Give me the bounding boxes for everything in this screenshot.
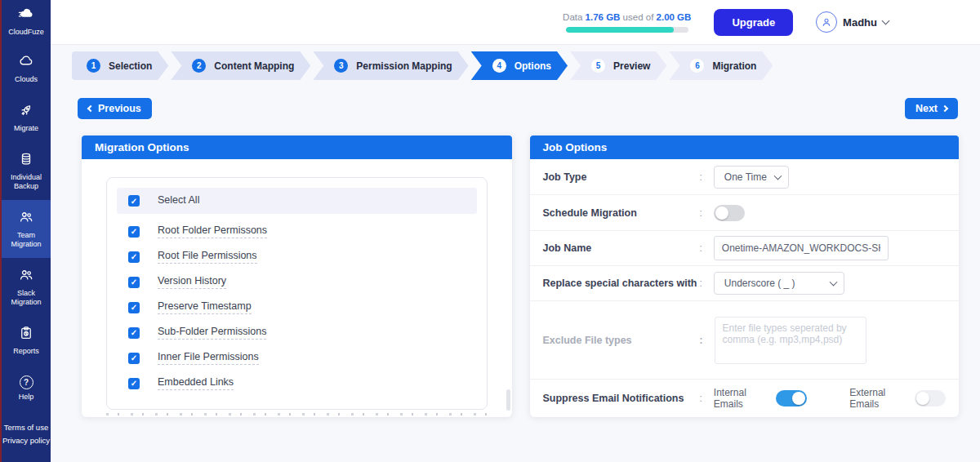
terms-of-use-link[interactable]: Terms of use xyxy=(2,421,50,434)
step-number: 1 xyxy=(87,59,100,73)
migration-options-panel: Migration Options ✓ Select All ✓ Root Fo… xyxy=(82,135,512,417)
schedule-migration-toggle[interactable] xyxy=(714,205,745,221)
job-type-select-wrap: One Time xyxy=(714,166,789,189)
option-row-root-folder-permissons[interactable]: ✓ Root Folder Permissons xyxy=(117,219,477,244)
privacy-policy-link[interactable]: Privacy policy xyxy=(2,434,50,447)
sidebar: CloudFuze Clouds Migrate Individual Back… xyxy=(0,0,51,462)
step-label: Preview xyxy=(613,60,650,72)
replace-special-characters-row: Replace special characters with : Unders… xyxy=(530,266,960,301)
option-label: Inner File Permissions xyxy=(158,351,259,365)
database-icon xyxy=(17,151,35,167)
step-options[interactable]: 4 Options xyxy=(471,51,568,80)
job-name-input[interactable] xyxy=(714,236,889,260)
usage-progress-fill xyxy=(566,27,674,33)
replace-special-characters-select[interactable]: Underscore ( _ ) xyxy=(714,272,844,295)
step-preview[interactable]: 5 Preview xyxy=(570,51,666,80)
checkbox[interactable]: ✓ xyxy=(128,302,140,313)
job-type-select[interactable]: One Time xyxy=(714,166,789,189)
user-menu[interactable]: Madhu xyxy=(816,11,889,33)
question-icon: ? xyxy=(20,375,33,389)
used-value: 1.76 GB xyxy=(586,12,621,22)
external-emails-toggle[interactable] xyxy=(915,390,946,406)
option-label: Sub-Folder Permissions xyxy=(158,326,266,340)
sidebar-item-label: Reports xyxy=(3,347,49,356)
select-all-checkbox[interactable]: ✓ xyxy=(128,195,140,207)
checkbox[interactable]: ✓ xyxy=(128,353,140,364)
cloudfuze-logo[interactable]: CloudFuze xyxy=(7,0,46,44)
colon: : xyxy=(700,171,702,183)
job-type-row: Job Type : One Time xyxy=(530,159,960,195)
exclude-file-types-textarea[interactable] xyxy=(715,317,866,364)
checkbox[interactable]: ✓ xyxy=(128,327,140,339)
toggle-knob xyxy=(792,392,805,405)
next-button[interactable]: Next xyxy=(905,98,958,119)
step-number: 2 xyxy=(192,59,206,73)
option-row-inner-file-permissions[interactable]: ✓ Inner File Permissions xyxy=(117,345,477,371)
sidebar-item-slack-migration[interactable]: Slack Migration xyxy=(2,258,51,316)
option-row-sub-folder-permissions[interactable]: ✓ Sub-Folder Permissions xyxy=(117,320,477,345)
checkbox[interactable]: ✓ xyxy=(128,277,140,288)
schedule-migration-label: Schedule Migration xyxy=(543,207,700,219)
step-selection[interactable]: 1 Selection xyxy=(72,51,168,80)
toggle-knob xyxy=(916,392,929,405)
external-emails-label: External Emails xyxy=(849,387,906,410)
data-usage: Data 1.76 GB used of 2.00 GB xyxy=(563,12,691,33)
migration-options-title: Migration Options xyxy=(82,135,512,159)
checkbox[interactable]: ✓ xyxy=(128,251,140,263)
main-area: Data 1.76 GB used of 2.00 GB Upgrade Mad… xyxy=(51,0,980,462)
colon: : xyxy=(700,207,702,219)
colon: : xyxy=(700,393,702,404)
migration-stepper: 1 Selection 2 Content Mapping 3 Permissi… xyxy=(72,51,980,80)
option-label: Version History xyxy=(158,275,226,289)
select-all-label: Select All xyxy=(158,194,199,207)
option-row-preserve-timestamp[interactable]: ✓ Preserve Timestamp xyxy=(117,295,477,320)
chevron-right-icon xyxy=(942,105,948,112)
total-value: 2.00 GB xyxy=(657,12,692,22)
clipboard-icon xyxy=(17,325,35,341)
user-avatar-icon xyxy=(816,11,837,33)
panel-scrollbar[interactable] xyxy=(506,389,510,411)
colon: : xyxy=(700,242,702,254)
upgrade-button[interactable]: Upgrade xyxy=(714,9,793,36)
chevron-down-icon xyxy=(882,17,890,25)
sidebar-item-help[interactable]: ? Help xyxy=(2,365,51,411)
job-name-label: Job Name xyxy=(543,242,700,254)
step-number: 6 xyxy=(690,59,704,73)
sidebar-item-label: Individual Backup xyxy=(3,173,49,191)
step-label: Selection xyxy=(109,60,152,72)
option-row-embedded-links[interactable]: ✓ Embedded Links xyxy=(117,371,477,396)
sidebar-item-team-migration[interactable]: Team Migration xyxy=(2,200,51,258)
exclude-file-types-row: Exclude File types : xyxy=(530,301,960,380)
step-number: 3 xyxy=(334,59,348,73)
select-all-row[interactable]: ✓ Select All xyxy=(117,188,477,214)
sidebar-item-label: Slack Migration xyxy=(3,289,49,307)
step-label: Permission Mapping xyxy=(356,60,452,72)
previous-button[interactable]: Previous xyxy=(78,98,152,119)
job-options-title: Job Options xyxy=(530,135,960,159)
clipped-note-line xyxy=(106,413,488,415)
sidebar-item-reports[interactable]: Reports xyxy=(2,316,51,365)
sidebar-item-individual-backup[interactable]: Individual Backup xyxy=(2,142,51,200)
sidebar-footer: Terms of use Privacy policy xyxy=(2,421,50,462)
internal-emails-toggle[interactable] xyxy=(776,390,807,406)
step-number: 4 xyxy=(492,59,506,73)
sidebar-item-label: Help xyxy=(3,393,49,402)
job-options-panel: Job Options Job Type : One Time Schedule… xyxy=(530,135,960,417)
user-name: Madhu xyxy=(843,16,877,29)
checkbox[interactable]: ✓ xyxy=(128,378,140,389)
option-row-version-history[interactable]: ✓ Version History xyxy=(117,269,477,295)
job-name-row: Job Name : xyxy=(530,231,960,266)
usage-progress-bar xyxy=(566,27,688,33)
sidebar-item-migrate[interactable]: Migrate xyxy=(2,93,51,142)
sidebar-item-clouds[interactable]: Clouds xyxy=(2,44,51,93)
step-permission-mapping[interactable]: 3 Permission Mapping xyxy=(313,51,468,80)
top-bar: Data 1.76 GB used of 2.00 GB Upgrade Mad… xyxy=(51,0,980,45)
step-migration[interactable]: 6 Migration xyxy=(669,51,773,80)
option-row-root-file-permissions[interactable]: ✓ Root File Permissions xyxy=(117,244,477,269)
suppress-email-label: Suppress Email Notifications xyxy=(543,393,700,404)
step-content-mapping[interactable]: 2 Content Mapping xyxy=(171,51,310,80)
option-label: Preserve Timestamp xyxy=(158,300,252,314)
options-list: ✓ Root Folder Permissons ✓ Root File Per… xyxy=(117,219,477,396)
replace-special-characters-label: Replace special characters with xyxy=(543,278,700,289)
checkbox[interactable]: ✓ xyxy=(128,226,140,238)
